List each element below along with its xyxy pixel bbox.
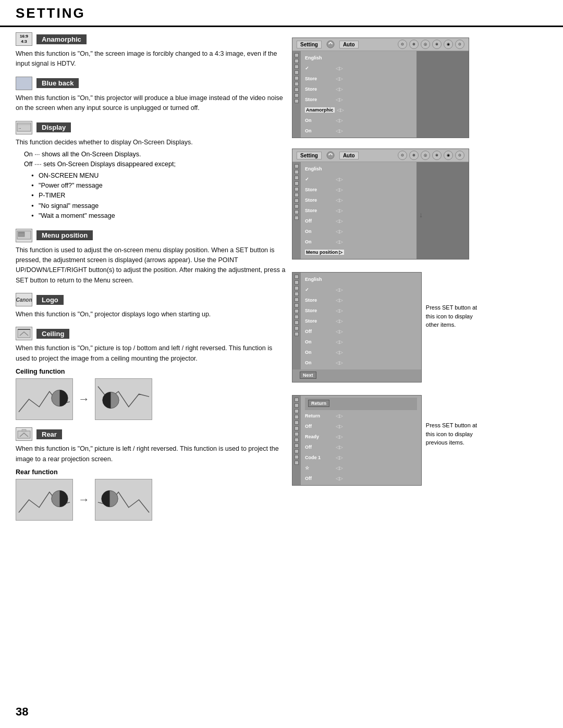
bullet-p-timer: P-TIMER: [31, 191, 287, 201]
p3-row-on1: On◁▷: [305, 337, 417, 347]
ui-row-on2: On◁▷: [305, 126, 412, 135]
sidebar-icon-5: [295, 76, 299, 80]
p3-row-on2: On◁▷: [305, 348, 417, 357]
blue-back-icon: [16, 77, 32, 90]
sb3-6: [295, 303, 299, 307]
ui-panel1-auto-label: Auto: [339, 41, 359, 48]
menu-position-icon: [16, 229, 32, 242]
p3-on2: On: [305, 350, 334, 355]
ui-panel3-next-bar: Next: [292, 369, 421, 382]
svg-rect-12: [18, 431, 30, 438]
display-bullets: ON-SCREEN MENU "Power off?" message P-TI…: [31, 171, 287, 221]
anamorphic-icon: 16:94:3: [16, 32, 32, 46]
ui-panel1-topbar: Setting Auto ⊙ ⊕ ◎ ⊗ ◉ ⊙: [292, 38, 469, 51]
p2-check: ✓: [305, 177, 334, 182]
sidebar-icon-6: [295, 82, 299, 86]
p3-row-english: English: [305, 275, 417, 284]
p4-row-ready: Ready◁▷: [305, 432, 417, 441]
p4-row-return: Return◁▷: [305, 411, 417, 421]
ceiling-text: When this function is "On," picture is t…: [16, 343, 287, 364]
ui-panel2-sidebar: [292, 162, 301, 259]
sb2-2: [295, 170, 299, 174]
anamorphic-text: When this function is "On," the screen i…: [16, 49, 287, 69]
right-column: Setting Auto ⊙ ⊕ ◎ ⊗ ◉ ⊙: [292, 32, 485, 528]
p3-store3: Store: [305, 318, 334, 324]
svg-rect-4: [18, 232, 25, 237]
p4-row-off1: Off◁▷: [305, 422, 417, 431]
sb2-10: [295, 216, 299, 220]
p3-row-off: Off◁▷: [305, 327, 417, 336]
ui-row-store2: Store◁▷: [305, 84, 412, 94]
sb3-4: [295, 292, 299, 296]
section-logo: Canon Logo When this function is "On," p…: [16, 293, 287, 319]
p3-row-on3: On◁▷: [305, 358, 417, 367]
section-blue-back: Blue back When this function is "On," th…: [16, 77, 287, 114]
sidebar-icon-2: [295, 59, 299, 63]
anamorphic-label: Anamorphic: [36, 34, 87, 44]
p2-row-off: Off◁▷: [305, 216, 412, 226]
p2-on2: On: [305, 239, 334, 244]
icon2-c6: ⊙: [455, 151, 464, 160]
ui-panel4-sidebar: [292, 396, 301, 485]
blue-back-text: When this function is "On," this project…: [16, 93, 287, 114]
ui-panel2-topbar: Setting Auto ⊙ ⊕ ◎ ⊗ ◉ ⊙: [292, 149, 469, 162]
p4-code1: Code 1: [305, 455, 334, 460]
menu-position-header: Menu position: [16, 229, 287, 242]
menu-position-label: Menu position: [36, 230, 93, 240]
icon2-c3: ◎: [421, 151, 430, 160]
sb4-8: [295, 438, 299, 442]
ui-row-on1: On◁▷: [305, 116, 412, 125]
ui-row-store1-text: Store: [305, 76, 334, 81]
p4-return: Return: [305, 413, 334, 418]
p3-on1: On: [305, 339, 334, 344]
p2-row-on1: On◁▷: [305, 227, 412, 236]
sidebar-icon-8: [295, 93, 299, 97]
page-number: 38: [16, 705, 28, 719]
ui-panel4-wrapper: Return Return◁▷ Off◁▷ Ready◁▷ Off◁▷ Code…: [292, 395, 485, 486]
p4-sym: ☆: [305, 465, 334, 471]
sb3-5: [295, 298, 299, 302]
section-rear: Rear When this function is "On," picture…: [16, 427, 287, 521]
main-content: 16:94:3 Anamorphic When this function is…: [0, 27, 563, 538]
ui-panel3-wrapper: English ✓◁▷ Store◁▷ Store◁▷ Store◁▷ Off◁…: [292, 272, 485, 382]
panel3-press-set-note: Press SET button at this icon to display…: [426, 272, 485, 329]
sb4-4: [295, 415, 299, 419]
sb4-11: [295, 455, 299, 459]
ceiling-icon: [16, 327, 32, 340]
icon2-c1: ⊙: [398, 151, 407, 160]
ui-panel4-return-bar: Return: [305, 398, 417, 410]
display-label: Display: [36, 122, 71, 132]
next-button[interactable]: Next: [300, 372, 316, 379]
p2-store3: Store: [305, 208, 334, 213]
sb4-1: [295, 398, 299, 402]
sb4-10: [295, 449, 299, 453]
ui-row-store3-text: Store: [305, 97, 334, 102]
panel4-press-set-note: Press SET button at this icon to display…: [426, 395, 485, 447]
p2-english: English: [305, 166, 334, 171]
p4-row-sym: ☆◁▷: [305, 463, 417, 473]
ceiling-header: Ceiling: [16, 327, 287, 340]
bullet-power-off: "Power off?" message: [31, 181, 287, 191]
return-button[interactable]: Return: [308, 400, 329, 407]
p3-english: English: [305, 277, 334, 282]
rear-function-images: →: [16, 479, 287, 521]
icon-c2: ⊕: [409, 40, 419, 49]
ui-row-english-text: English: [305, 55, 334, 60]
rear-arrow: →: [78, 493, 90, 507]
icon-c3: ◎: [421, 40, 430, 49]
sb3-10: [295, 326, 299, 330]
p2-row-store1: Store◁▷: [305, 185, 412, 194]
ui-panel1-icons: ⊙ ⊕ ◎ ⊗ ◉ ⊙: [398, 40, 464, 49]
rear-label: Rear: [36, 429, 62, 439]
ui-row-english: English: [305, 53, 412, 63]
sb4-5: [295, 421, 299, 425]
anamorphic-header: 16:94:3 Anamorphic: [16, 32, 287, 46]
sb2-8: [295, 204, 299, 208]
sidebar-icon-7: [295, 88, 299, 92]
ui-panel4-body: Return Return◁▷ Off◁▷ Ready◁▷ Off◁▷ Code…: [292, 396, 421, 485]
icon-c6: ⊙: [455, 40, 464, 49]
menu-position-text: This function is used to adjust the on-s…: [16, 245, 287, 286]
icon-c1: ⊙: [398, 40, 407, 49]
ui-panel1-menu: English ✓◁▷ Store◁▷ Store◁▷ Store◁▷ Anam…: [301, 51, 417, 138]
sb2-3: [295, 176, 299, 180]
